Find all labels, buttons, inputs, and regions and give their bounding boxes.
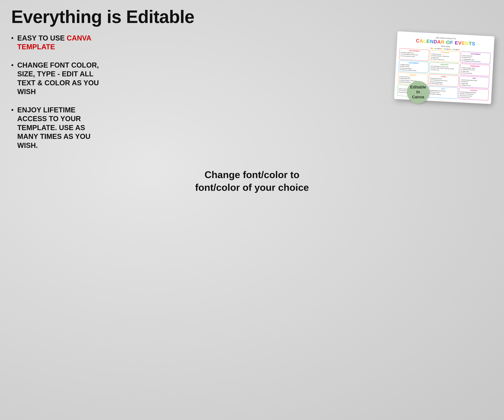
- bullet-dot-2: •: [11, 61, 14, 70]
- bottom-text: Change font/color tofont/color of your c…: [11, 168, 493, 194]
- bullet-text-2: CHANGE FONT COLOR,SIZE, TYPE - EDIT ALLT…: [17, 61, 99, 96]
- cal-month-february: FEBRUARY7 Daddy Daughter Dance14 Valenti…: [460, 63, 490, 76]
- bullet-text-3: ENJOY LIFETIMEACCESS TO YOURTEMPLATE. US…: [17, 106, 90, 150]
- main-heading: Everything is Editable: [11, 7, 493, 26]
- cal-month-january: JANUARY13 PTA Meeting at School Gym20 Ma…: [429, 62, 459, 74]
- cal-month-november: NOVEMBER3 Donuts with Dad10 School Picni…: [460, 51, 491, 64]
- right-panel: Little Hearts School PTO CALENDAR OF EVE…: [396, 34, 493, 102]
- bullet-item-1: • EASY TO USE CANVATEMPLATE: [11, 34, 384, 52]
- bullet-item-2: • CHANGE FONT COLOR,SIZE, TYPE - EDIT AL…: [11, 61, 384, 96]
- cal-month-april: APRIL5 Spring Fling Dance12 PTA Meeting …: [428, 74, 459, 87]
- bullet-text-1: EASY TO USE CANVATEMPLATE: [17, 34, 91, 52]
- bullet-dot-1: •: [11, 34, 14, 42]
- cal-month-july: JULY4 Independence Day Parade20 Summer P…: [428, 86, 458, 99]
- editable-badge: EditableInCanva: [407, 81, 429, 103]
- canva-highlight: CANVATEMPLATE: [17, 34, 91, 51]
- cal-month-august: AUGUST5 School Registration Begins23 Bac…: [458, 88, 489, 100]
- page-wrapper: Everything is Editable • EASY TO USE CAN…: [11, 7, 493, 194]
- cal-month-december: DECEMBER1 Holiday Market8 Winter Concert…: [399, 60, 429, 73]
- bullet-item-3: • ENJOY LIFETIMEACCESS TO YOURTEMPLATE. …: [11, 106, 384, 150]
- bullet-dot-3: •: [11, 106, 14, 114]
- cal-month-october: OCTOBER5 School Carnival15 Parent-Teache…: [430, 50, 460, 62]
- cal-month-may: MAY1 Teacher Appreciation Week10 Field D…: [459, 76, 489, 88]
- left-panel: • EASY TO USE CANVATEMPLATE • CHANGE FON…: [11, 34, 384, 159]
- body-layout: • EASY TO USE CANVATEMPLATE • CHANGE FON…: [11, 34, 493, 159]
- cal-month-september: SEPTEMBER10 School Supply Drive15 PTA Me…: [399, 48, 429, 61]
